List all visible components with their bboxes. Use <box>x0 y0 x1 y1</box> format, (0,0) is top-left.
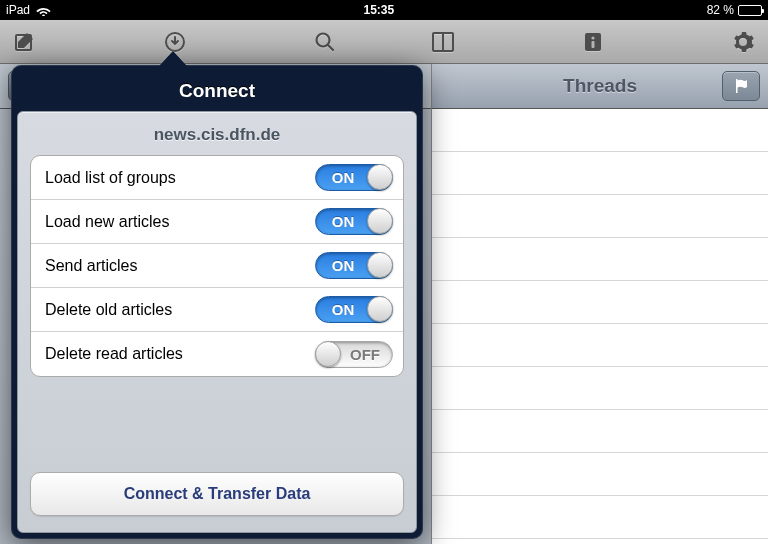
threads-list[interactable] <box>432 109 768 544</box>
battery-percent: 82 % <box>707 3 734 17</box>
toggle-label: ON <box>318 257 368 274</box>
toggle-switch[interactable]: ON <box>315 252 393 279</box>
svg-rect-7 <box>592 41 595 48</box>
connect-popover: Connect news.cis.dfn.de Load list of gro… <box>11 65 423 539</box>
info-icon[interactable] <box>578 27 608 57</box>
search-icon[interactable] <box>310 27 340 57</box>
toggle-label: ON <box>318 301 368 318</box>
clock: 15:35 <box>51 3 707 17</box>
settings-row-label: Load list of groups <box>45 169 176 187</box>
thread-row[interactable] <box>432 195 768 238</box>
settings-row-label: Load new articles <box>45 213 170 231</box>
compose-icon[interactable] <box>10 27 40 57</box>
thread-row[interactable] <box>432 152 768 195</box>
thread-row[interactable] <box>432 410 768 453</box>
toggle-knob <box>367 208 393 234</box>
thread-row[interactable] <box>432 238 768 281</box>
popover-title: Connect <box>179 80 255 102</box>
toggle-switch[interactable]: OFF <box>315 341 393 368</box>
threads-pane: Threads <box>432 64 768 544</box>
thread-row[interactable] <box>432 367 768 410</box>
gear-icon[interactable] <box>728 27 758 57</box>
settings-row: Send articlesON <box>31 244 403 288</box>
svg-point-6 <box>591 36 594 39</box>
device-label: iPad <box>6 3 30 17</box>
popover-header: Connect <box>17 71 417 111</box>
toggle-knob <box>367 164 393 190</box>
threads-header: Threads <box>432 64 768 109</box>
connect-transfer-label: Connect & Transfer Data <box>124 485 311 503</box>
settings-row-label: Send articles <box>45 257 138 275</box>
columns-icon[interactable] <box>428 27 458 57</box>
toggle-knob <box>367 252 393 278</box>
flag-button[interactable] <box>722 71 760 101</box>
thread-row[interactable] <box>432 496 768 539</box>
main-toolbar <box>0 20 768 64</box>
battery-icon <box>738 5 762 16</box>
settings-row-label: Delete old articles <box>45 301 172 319</box>
threads-title: Threads <box>563 75 637 97</box>
connect-transfer-button[interactable]: Connect & Transfer Data <box>30 472 404 516</box>
toggle-switch[interactable]: ON <box>315 164 393 191</box>
settings-row: Delete read articlesOFF <box>31 332 403 376</box>
settings-row-label: Delete read articles <box>45 345 183 363</box>
thread-row[interactable] <box>432 324 768 367</box>
toggle-label: OFF <box>340 346 390 363</box>
toggle-knob <box>367 296 393 322</box>
toggle-knob <box>315 341 341 367</box>
settings-row: Delete old articlesON <box>31 288 403 332</box>
settings-row: Load list of groupsON <box>31 156 403 200</box>
wifi-icon <box>36 5 51 16</box>
settings-group: Load list of groupsONLoad new articlesON… <box>30 155 404 377</box>
server-label: news.cis.dfn.de <box>18 112 416 155</box>
thread-row[interactable] <box>432 109 768 152</box>
toggle-switch[interactable]: ON <box>315 296 393 323</box>
thread-row[interactable] <box>432 281 768 324</box>
status-bar: iPad 15:35 82 % <box>0 0 768 20</box>
toggle-label: ON <box>318 169 368 186</box>
toggle-label: ON <box>318 213 368 230</box>
thread-row[interactable] <box>432 453 768 496</box>
settings-row: Load new articlesON <box>31 200 403 244</box>
toggle-switch[interactable]: ON <box>315 208 393 235</box>
